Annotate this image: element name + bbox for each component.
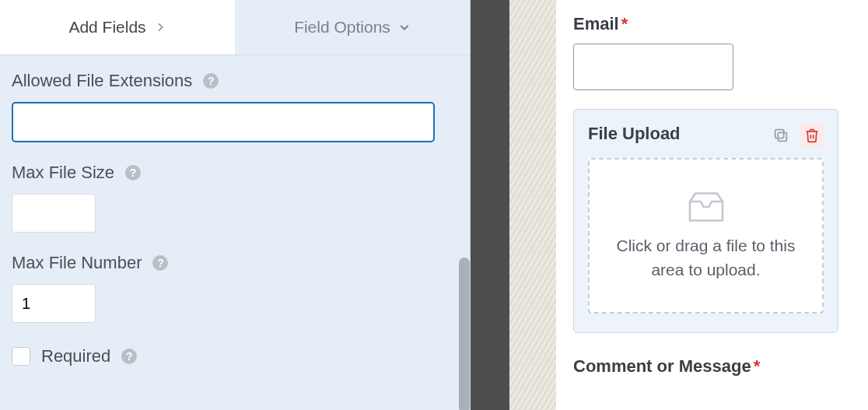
required-checkbox[interactable] (12, 347, 30, 366)
scrollbar-thumb[interactable] (459, 258, 470, 410)
required-row: Required ? (12, 346, 458, 366)
tab-field-options-label: Field Options (294, 18, 390, 37)
file-upload-title: File Upload (588, 124, 681, 144)
allowed-extensions-input[interactable] (12, 102, 435, 142)
max-file-size-label: Max File Size (12, 163, 114, 183)
email-field-label: Email* (573, 14, 838, 34)
max-file-number-input[interactable] (12, 284, 96, 323)
max-file-size-input[interactable] (12, 194, 96, 233)
duplicate-field-button[interactable] (769, 124, 793, 147)
required-label: Required (41, 346, 110, 366)
dropzone-text: Click or drag a file to this area to upl… (617, 233, 796, 282)
email-label-text: Email (573, 14, 619, 33)
divider (471, 0, 509, 410)
tab-add-fields-label: Add Fields (68, 18, 145, 37)
tab-field-options[interactable]: Field Options (235, 0, 470, 54)
help-icon[interactable]: ? (203, 73, 219, 89)
svg-rect-0 (778, 132, 786, 141)
form-preview: Email* File Upload Click or drag a file … (556, 0, 868, 410)
allowed-extensions-row: Allowed File Extensions ? (12, 71, 458, 142)
max-file-number-label: Max File Number (12, 253, 142, 273)
max-file-number-row: Max File Number ? (12, 253, 458, 323)
file-upload-field[interactable]: File Upload Click or drag a file to this… (573, 109, 838, 333)
max-file-size-row: Max File Size ? (12, 163, 458, 233)
file-dropzone[interactable]: Click or drag a file to this area to upl… (588, 158, 824, 314)
tab-add-fields[interactable]: Add Fields (0, 0, 235, 54)
page-background-strip (509, 0, 556, 410)
delete-field-button[interactable] (800, 124, 824, 147)
allowed-extensions-label: Allowed File Extensions (12, 71, 192, 91)
help-icon[interactable]: ? (152, 255, 168, 271)
chevron-down-icon (398, 21, 411, 33)
trash-icon (804, 128, 820, 143)
comment-field-label: Comment or Message* (573, 356, 838, 377)
email-input[interactable] (573, 44, 733, 90)
chevron-right-icon (154, 21, 166, 33)
svg-rect-1 (775, 130, 784, 138)
help-icon[interactable]: ? (125, 165, 141, 180)
comment-label-text: Comment or Message (573, 356, 751, 376)
sidebar-tabs: Add Fields Field Options (0, 0, 470, 55)
settings-sidebar: Add Fields Field Options Allowed File Ex… (0, 0, 471, 410)
duplicate-icon (772, 127, 789, 144)
required-asterisk: * (621, 14, 628, 33)
field-options-panel: Allowed File Extensions ? Max File Size … (0, 55, 470, 410)
required-asterisk: * (754, 356, 761, 376)
help-icon[interactable]: ? (121, 349, 137, 364)
inbox-icon (684, 190, 728, 224)
